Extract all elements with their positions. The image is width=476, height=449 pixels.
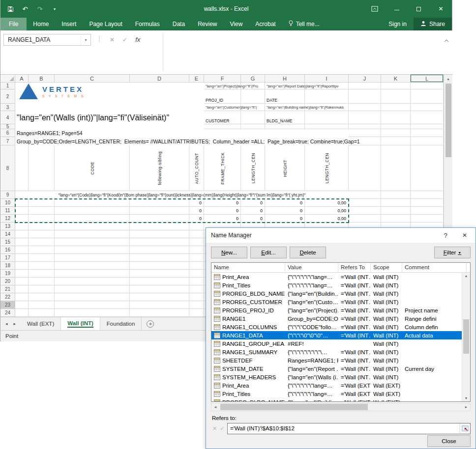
cell-J8[interactable]: [349, 145, 381, 191]
row-header-6[interactable]: 6: [0, 129, 15, 137]
name-row-proreg-bldg-name[interactable]: PROREG_BLDG_NAME{"lang="en"(Buildin…='Wa…: [211, 398, 462, 401]
formula-input[interactable]: [163, 30, 438, 74]
row-header-5[interactable]: 5: [0, 124, 15, 129]
cell-D13[interactable]: [130, 223, 189, 230]
name-row-range1-summary[interactable]: RANGE1_SUMMARY{"\"\"\"\"\"\"\"\"\…='Wall…: [211, 348, 462, 356]
cell-K6[interactable]: [381, 129, 411, 137]
row-header-10[interactable]: 10: [0, 199, 15, 207]
grid-scrollbar-thumb[interactable]: [446, 84, 451, 157]
name-row-proreg-customer[interactable]: PROREG_CUSTOMER{"lang="en"(Custo…='Wall …: [211, 298, 462, 306]
name-row-proreg-bldg-name[interactable]: PROREG_BLDG_NAME{"lang="en"(Buildin…='Wa…: [211, 289, 462, 298]
tell-me-box[interactable]: Tell me...: [282, 18, 326, 30]
list-column-header-name[interactable]: Name: [211, 263, 285, 272]
ribbon-tab-page-layout[interactable]: Page Layout: [83, 18, 128, 30]
cell-K3[interactable]: [381, 104, 411, 111]
sheet-tab-foundation[interactable]: Foundation: [100, 317, 142, 330]
cell-J10[interactable]: [349, 199, 381, 207]
cell-B19[interactable]: [29, 270, 55, 278]
cell-B21[interactable]: [29, 285, 55, 293]
file-tab[interactable]: File: [0, 18, 27, 30]
row-header-21[interactable]: 21: [0, 285, 15, 293]
ribbon-tab-acrobat[interactable]: Acrobat: [249, 18, 282, 30]
list-scroll-down-icon[interactable]: ▼: [462, 396, 470, 400]
cell-J12[interactable]: [349, 215, 381, 223]
row-header-18[interactable]: 18: [0, 262, 15, 270]
cell-E18[interactable]: [189, 262, 204, 270]
name-row-print-area[interactable]: Print_Area{"\"\"\"\"\"\"lang=…='Wall (EX…: [211, 381, 462, 390]
cell-B13[interactable]: [29, 223, 55, 230]
name-row-print-area[interactable]: Print_Area{"\"\"\"\"\"\"lang=…='Wall (IN…: [211, 273, 462, 281]
cell-B15[interactable]: [29, 238, 55, 246]
formula-bar-collapse-icon[interactable]: [444, 35, 449, 44]
name-row-sheetdef[interactable]: SHEETDEFRanges=RANGE1; P…='Wall (INT…Wal…: [211, 356, 462, 365]
row-header-8[interactable]: 8: [0, 145, 15, 191]
cell-A8[interactable]: [15, 145, 29, 191]
cell-C12[interactable]: [55, 215, 130, 223]
cell-A11[interactable]: [15, 207, 29, 215]
cell-E20[interactable]: [189, 278, 204, 285]
cell-E15[interactable]: [189, 238, 204, 246]
cell-G2[interactable]: [241, 89, 265, 104]
cell-B11[interactable]: [29, 207, 55, 215]
ribbon-tab-review[interactable]: Review: [191, 18, 223, 30]
cell-C23[interactable]: [55, 301, 130, 309]
row-header-13[interactable]: 13: [0, 223, 15, 230]
cell-L1[interactable]: [411, 83, 444, 89]
cell-C10[interactable]: [55, 199, 130, 207]
cell-L11[interactable]: [411, 207, 444, 215]
cell-J1[interactable]: [349, 83, 381, 89]
column-header-A[interactable]: A: [15, 75, 29, 83]
cell-K8[interactable]: [381, 145, 411, 191]
cell-D24[interactable]: [130, 309, 189, 317]
cell-J4[interactable]: [349, 111, 381, 124]
row-header-14[interactable]: 14: [0, 230, 15, 238]
cell-L10[interactable]: [411, 199, 444, 207]
row-header-9[interactable]: 9: [0, 191, 15, 199]
row-header-20[interactable]: 20: [0, 278, 15, 285]
cell-A18[interactable]: [15, 262, 29, 270]
list-scroll-right-icon[interactable]: ►: [462, 405, 470, 409]
dialog-help-button[interactable]: ?: [437, 232, 454, 239]
add-sheet-button[interactable]: +: [142, 317, 159, 330]
list-column-header-refers-to[interactable]: Refers To: [338, 263, 371, 272]
cell-L4[interactable]: [411, 111, 444, 124]
cell-L8[interactable]: [411, 145, 444, 191]
ribbon-tab-view[interactable]: View: [224, 18, 249, 30]
cell-D12[interactable]: [130, 215, 189, 223]
cell-A22[interactable]: [15, 293, 29, 301]
cell-C18[interactable]: [55, 262, 130, 270]
cell-A21[interactable]: [15, 285, 29, 293]
cell-D15[interactable]: [130, 238, 189, 246]
cell-D20[interactable]: [130, 278, 189, 285]
cell-C21[interactable]: [55, 285, 130, 293]
cell-K11[interactable]: [381, 207, 411, 215]
cell-B10[interactable]: [29, 199, 55, 207]
cell-K5[interactable]: [381, 124, 411, 129]
cell-C22[interactable]: [55, 293, 130, 301]
cell-J9[interactable]: [349, 191, 381, 199]
cell-K10[interactable]: [381, 199, 411, 207]
cell-C19[interactable]: [55, 270, 130, 278]
cell-L7[interactable]: [411, 137, 444, 145]
row-header-19[interactable]: 19: [0, 270, 15, 278]
list-scrollbar-thumb[interactable]: [463, 319, 469, 354]
cell-A14[interactable]: [15, 230, 29, 238]
cell-D14[interactable]: [130, 230, 189, 238]
ribbon-display-options-icon[interactable]: [363, 0, 386, 18]
list-column-header-scope[interactable]: Scope: [371, 263, 402, 272]
cell-D11[interactable]: [130, 207, 189, 215]
cell-I2[interactable]: [305, 89, 349, 104]
cell-L3[interactable]: [411, 104, 444, 111]
sheet-tab-wall-ext-[interactable]: Wall (EXT): [21, 317, 61, 330]
select-all-button[interactable]: [0, 75, 15, 83]
column-header-J[interactable]: J: [349, 75, 381, 83]
name-row-print-titles[interactable]: Print_Titles{"\"\"\"\"\"\"lang=…='Wall (…: [211, 390, 462, 398]
row-header-7[interactable]: 7: [0, 137, 15, 145]
cell-B20[interactable]: [29, 278, 55, 285]
ribbon-tab-data[interactable]: Data: [166, 18, 191, 30]
cell-B18[interactable]: [29, 262, 55, 270]
enter-icon[interactable]: ✓: [122, 36, 127, 43]
name-row-system-headers[interactable]: SYSTEM_HEADERS{"lang="en"(Walls (i…='Wal…: [211, 373, 462, 381]
name-row-proreg-proj-id[interactable]: PROREG_PROJ_ID{"lang="en"(Project)…='Wal…: [211, 306, 462, 314]
cell-D22[interactable]: [130, 293, 189, 301]
